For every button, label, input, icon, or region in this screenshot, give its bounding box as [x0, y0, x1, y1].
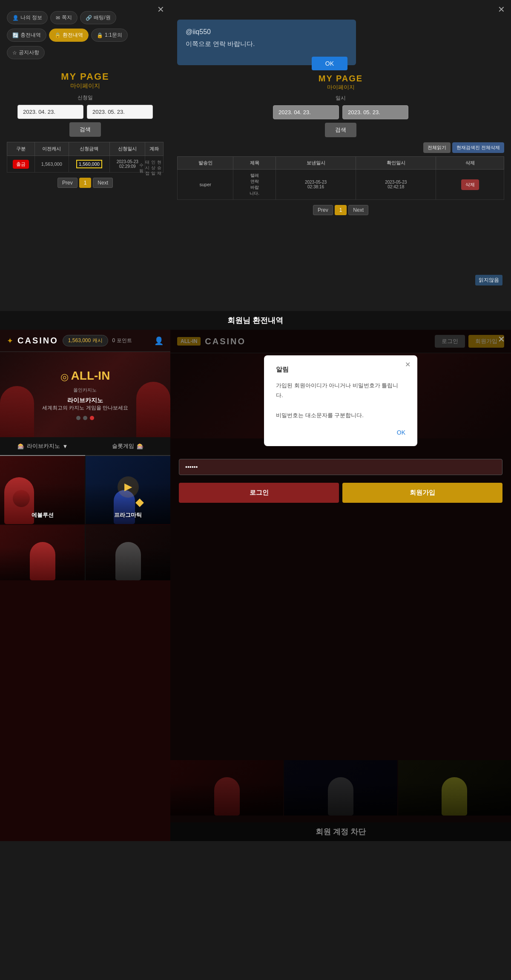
tab-slot-games[interactable]: 슬롯게임 🎰: [85, 437, 170, 456]
pagination: Prev 1 Next: [7, 178, 164, 188]
casino-right-close[interactable]: ✕: [498, 334, 505, 344]
cell-prev: 1,563,000: [34, 156, 69, 173]
next-button[interactable]: Next: [93, 178, 113, 188]
game-pragmatic-label: 프라그마틱: [114, 511, 142, 519]
prev-button[interactable]: Prev: [57, 178, 78, 188]
notification-message: 이쪽으로 연락 바랍니다.: [186, 40, 347, 48]
nav-inquiry[interactable]: 🔒 1:1문의: [91, 29, 128, 42]
page-title-area: MY PAGE 마이페이지: [7, 63, 164, 94]
password-input[interactable]: [179, 459, 502, 475]
right-date-to[interactable]: [342, 105, 408, 119]
highlighted-amount: 1,560,000: [76, 160, 102, 168]
date-to-input[interactable]: [87, 105, 153, 119]
message-row: super 텔레 연락 바랍 니다. 2023-05-23 02:38:16 2…: [178, 170, 504, 200]
cell-confirmed: 2023-05-23 02:42:18: [356, 170, 436, 200]
nav-charge[interactable]: 🔄 충전내역: [7, 29, 46, 42]
allin-tagline2: 세계최고의 카지노 게임을 만나보세요: [42, 404, 128, 412]
more-games: [0, 525, 170, 580]
right-date-from[interactable]: [273, 105, 339, 119]
right-page-title-kr: 마이페이지: [177, 84, 504, 91]
casino-balance: 1,563,000 캐시: [63, 335, 108, 346]
col-prev: 이전캐시: [34, 142, 69, 156]
jackpot-icon: 🎰: [17, 443, 24, 450]
dropdown-icon: ▼: [63, 443, 68, 450]
search-cancel-button[interactable]: 현재검색진 전체삭제: [452, 142, 504, 153]
dot-2[interactable]: [83, 416, 87, 420]
search-button[interactable]: 검색: [69, 122, 101, 137]
allin-tagline1: 라이브카지노: [42, 397, 128, 404]
status-side-text: 현 승 재 인 상 일 태 시 접 수 됨: [138, 157, 162, 173]
unread-badge: 읽지않음: [475, 275, 502, 285]
col-account: 계좌: [145, 142, 164, 156]
login-form-buttons: 로그인 회원가입: [179, 483, 502, 503]
main-login-button[interactable]: 로그인: [179, 483, 339, 503]
casino-right: ALL-IN CASINO 로그인 회원가입 ◎ ALL-IN 올인카지노 라이…: [170, 330, 511, 841]
game-card-pragmatic[interactable]: ▶ 프라그마틱: [86, 456, 170, 524]
banner-dots: [76, 416, 94, 420]
person-icon: 👤: [154, 336, 164, 346]
page-title-kr: 마이페이지: [7, 82, 164, 90]
right-page-title-en: MY PAGE: [177, 74, 504, 84]
notification-username: @iiq550: [186, 28, 347, 36]
alert-title: 알림: [276, 366, 405, 374]
dot-1[interactable]: [76, 416, 80, 420]
casino-banner: ◎ ALL-IN 올인카지노 라이브카지노 세계최고의 카지노 게임을 만나보세…: [0, 352, 170, 437]
col-date: 신청일시: [110, 142, 145, 156]
game-card-extra-2[interactable]: [86, 525, 170, 580]
nav-row: 👤 나의 정보 ✉ 쪽지 🔗 배팅/원: [7, 11, 164, 24]
diamond-icon: ✦: [7, 336, 13, 346]
right-panel: ✕ @iiq550 이쪽으로 연락 바랍니다. OK MY PAGE 마이페이지…: [170, 0, 511, 311]
casino-logo: CASINO: [17, 336, 58, 346]
col-title: 제목: [233, 157, 276, 170]
casino-header: ✦ CASINO 1,563,000 캐시 0 포인트 👤: [0, 330, 170, 352]
game-card-extra-1[interactable]: [0, 525, 85, 580]
game-card-evolution[interactable]: 에볼루션: [0, 456, 85, 524]
cell-sender: super: [178, 170, 233, 200]
nav-row-2: 🔄 충전내역 🔒 환전내역 🔒 1:1문의: [7, 29, 164, 42]
casino-left: ✦ CASINO 1,563,000 캐시 0 포인트 👤 ◎ ALL-IN 올…: [0, 330, 170, 841]
casino-points: 0 포인트: [112, 337, 132, 344]
right-date-row: [177, 105, 504, 119]
date-row: [7, 105, 164, 119]
right-search-button[interactable]: 검색: [325, 123, 356, 137]
game-grid: 에볼루션 ▶ 프라그마틱: [0, 456, 170, 524]
notification-dialog: @iiq550 이쪽으로 연락 바랍니다. OK: [177, 20, 356, 65]
message-table: 발송인 제목 보낸일시 확인일시 삭제 super 텔레 연락 바랍 니다. 2…: [177, 156, 504, 200]
cell-sent: 2023-05-23 02:38:16: [276, 170, 356, 200]
col-amount: 신청금액: [69, 142, 109, 156]
slot-icon: 🎰: [137, 443, 144, 450]
page-1-button[interactable]: 1: [79, 178, 92, 188]
page-title-en: MY PAGE: [7, 71, 164, 82]
nav-exchange[interactable]: 🔒 환전내역: [49, 29, 89, 42]
main-register-button[interactable]: 회원가입: [342, 483, 502, 503]
delete-button[interactable]: 삭제: [461, 179, 479, 190]
nav-betting[interactable]: 🔗 배팅/원: [80, 11, 116, 24]
right-prev-button[interactable]: Prev: [313, 205, 333, 215]
col-delete: 삭제: [436, 157, 504, 170]
date-from-input[interactable]: [17, 105, 83, 119]
close-button-left[interactable]: ✕: [157, 4, 164, 14]
alert-overlay: 알림 ✕ 가입된 회원아이디가 아니거나 비밀번호가 틀립니다. 비밀번호는 대…: [170, 330, 511, 841]
nav-message[interactable]: ✉ 쪽지: [50, 11, 78, 24]
allin-sub: 올인카지노: [42, 387, 128, 393]
cell-amount: 1,560,000: [69, 156, 109, 173]
cell-type: 출금: [7, 156, 35, 173]
dot-3[interactable]: [90, 416, 94, 420]
top-bottom-label: 회원님 환전내역: [0, 311, 511, 330]
alert-dialog: 알림 ✕ 가입된 회원아이디가 아니거나 비밀번호가 틀립니다. 비밀번호는 대…: [264, 355, 417, 446]
close-button-right[interactable]: ✕: [498, 4, 505, 14]
read-all-button[interactable]: 전체읽기: [423, 142, 451, 153]
bottom-half: ✦ CASINO 1,563,000 캐시 0 포인트 👤 ◎ ALL-IN 올…: [0, 330, 511, 841]
cell-delete: 삭제: [436, 170, 504, 200]
allin-logo: ALL-IN: [71, 369, 110, 383]
alert-ok-button[interactable]: OK: [397, 429, 405, 436]
right-next-button[interactable]: Next: [348, 205, 368, 215]
right-page-1-button[interactable]: 1: [335, 205, 347, 215]
tab-live-casino[interactable]: 🎰 라이브카지노 ▼: [0, 437, 85, 456]
col-type: 구분: [7, 142, 35, 156]
nav-notice[interactable]: ☆ 공지사항: [7, 46, 45, 59]
game-evolution-label: 에볼루션: [32, 511, 54, 519]
notification-ok-button[interactable]: OK: [312, 57, 347, 70]
nav-my-info[interactable]: 👤 나의 정보: [7, 11, 48, 24]
alert-close-button[interactable]: ✕: [405, 360, 411, 369]
